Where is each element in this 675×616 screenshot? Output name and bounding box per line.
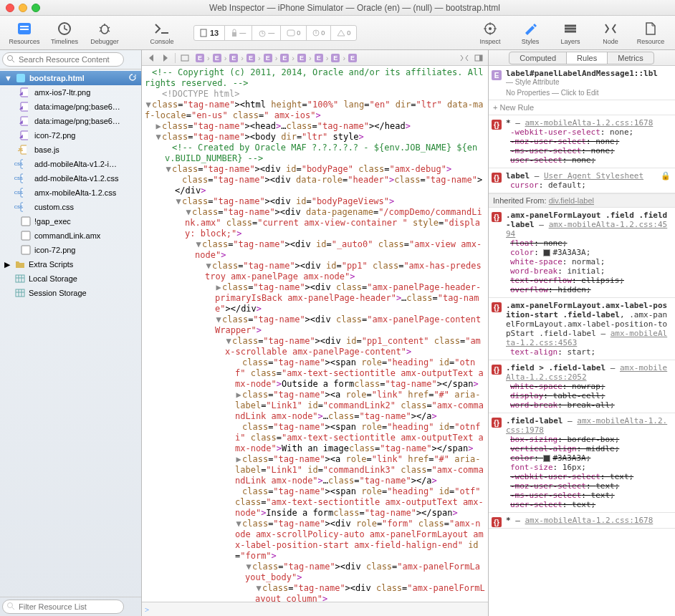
disclosure-triangle-icon[interactable]: ▼ [4, 74, 12, 82]
css-property[interactable]: white-space: normal; [510, 257, 671, 266]
css-rule[interactable]: {} * — amx-mobileAlta-1.2.css:1678 -webk… [489, 115, 675, 168]
tree-folder[interactable]: ▶Extra Scripts [0, 257, 141, 271]
dom-node[interactable]: class="tag-name"><div data-role="header"… [145, 175, 485, 196]
disclosure-triangle-icon[interactable]: ▼ [145, 100, 152, 110]
source-link[interactable]: amx-mobileAlta-1.2.css:1678 [525, 118, 654, 127]
tree-item[interactable]: ◢amx-ios7-ltr.png [0, 85, 141, 100]
source-link[interactable]: amx-mobileAlta-1.2.css:4563 [506, 329, 667, 347]
console-prompt-icon[interactable]: > [145, 605, 149, 614]
disclosure-triangle-icon[interactable]: ▼ [175, 196, 182, 207]
tree-item[interactable]: commandLink.amx [0, 228, 141, 243]
window-minimize-button[interactable] [19, 4, 27, 12]
disclosure-triangle-icon[interactable]: ▼ [165, 164, 172, 175]
tree-item[interactable]: ◢icon-72.png [0, 128, 141, 143]
breadcrumb-segment[interactable]: E [193, 54, 207, 62]
disclosure-triangle-icon[interactable] [235, 486, 242, 497]
disclosure-triangle-icon[interactable]: ▶ [235, 390, 242, 400]
breadcrumb-segment[interactable]: E [312, 54, 326, 62]
disclosure-triangle-icon[interactable]: ▼ [245, 562, 252, 572]
inspect-button[interactable]: Inspect [470, 21, 510, 45]
disclosure-triangle-icon[interactable]: ▼ [185, 207, 192, 218]
css-property[interactable]: word-break: initial; [510, 266, 671, 276]
css-property[interactable]: box-sizing: border-box; [510, 435, 671, 444]
nav-back-button[interactable] [145, 52, 158, 64]
source-link[interactable]: User Agent Stylesheet [544, 171, 643, 181]
tree-item[interactable]: icon-72.png [0, 243, 141, 257]
tree-folder[interactable]: Local Storage [0, 271, 141, 286]
breadcrumb-segment[interactable]: E [226, 54, 241, 62]
css-property[interactable]: overflow: hidden; [510, 285, 671, 294]
css-property[interactable]: display: table-cell; [510, 391, 671, 400]
dom-node[interactable]: <!DOCTYPE html> [145, 89, 485, 100]
lock-icon[interactable]: — [225, 25, 252, 41]
disclosure-triangle-icon[interactable]: ▼ [225, 336, 232, 347]
disclosure-triangle-icon[interactable]: ▼ [215, 314, 222, 325]
reload-icon[interactable] [128, 73, 137, 83]
css-property[interactable]: color: #3A3A3A; [510, 248, 671, 257]
css-property[interactable]: color: #3A3A3A; [510, 453, 671, 463]
disclosure-triangle-icon[interactable] [145, 67, 152, 78]
window-zoom-button[interactable] [32, 4, 40, 12]
disclosure-triangle-icon[interactable] [235, 357, 242, 368]
css-property[interactable]: -moz-user-select: text; [510, 481, 671, 491]
css-property[interactable]: white-space: nowrap; [510, 382, 671, 391]
breadcrumb-segment[interactable]: E [210, 54, 224, 62]
css-property[interactable]: -ms-user-select: none; [510, 146, 671, 155]
css-property[interactable]: user-select: text; [510, 500, 671, 509]
nav-root-button[interactable] [178, 52, 191, 64]
disclosure-triangle-icon[interactable]: ▼ [195, 239, 202, 250]
window-close-button[interactable] [6, 4, 14, 12]
dom-node[interactable]: ▶class="tag-name"><div class="amx-panelP… [145, 282, 485, 314]
css-rule[interactable]: {} label — User Agent Stylesheet🔒 cursor… [489, 168, 675, 193]
dom-node[interactable]: ▼class="tag-name"><div class="amx-panelF… [145, 583, 485, 602]
warning-count[interactable]: 0 [331, 25, 356, 41]
dom-node[interactable]: ▼class="tag-name"><div id="bodyPageViews… [145, 196, 485, 207]
disclosure-triangle-icon[interactable]: ▶ [4, 260, 11, 269]
timer-icon[interactable]: — [252, 25, 281, 41]
disclosure-triangle-icon[interactable] [165, 143, 172, 153]
layers-button[interactable]: Layers [550, 21, 590, 45]
breadcrumb-segment[interactable]: E [277, 54, 292, 62]
dom-node[interactable]: class="tag-name"><span role="heading" id… [145, 357, 485, 390]
tree-item[interactable]: CSScustom.css [0, 200, 141, 214]
css-rule[interactable]: {} .amx-panelFormLayout .field .field-la… [489, 208, 675, 298]
dom-node[interactable]: ▼class="tag-name"><div class="amx-panelP… [145, 314, 485, 336]
styles-button[interactable]: Styles [510, 21, 550, 45]
dom-node[interactable]: ▼class="tag-name"><div id="_auto0" class… [145, 239, 485, 261]
css-property[interactable]: cursor: default; [510, 181, 671, 190]
css-property[interactable]: float: none; [510, 239, 671, 248]
disclosure-triangle-icon[interactable]: ▼ [255, 583, 262, 594]
breadcrumb-segment[interactable]: E [328, 54, 343, 62]
css-property[interactable]: text-align: start; [510, 347, 671, 357]
dom-node[interactable]: ▼class="tag-name"><html height="100%" la… [145, 100, 485, 121]
filter-input[interactable] [2, 600, 124, 614]
source-link[interactable]: amx-mobileAlta-1.2.css:1678 [525, 516, 654, 525]
dom-node[interactable]: ▼class="tag-name"><div id="bodyPage" cla… [145, 164, 485, 175]
css-property[interactable]: vertical-align: middle; [510, 444, 671, 453]
css-property[interactable]: font-size: 16px; [510, 463, 671, 472]
tab-rules[interactable]: Rules [566, 52, 608, 64]
dom-node[interactable]: ▼class="tag-name"><div class="amx-panelF… [145, 562, 485, 583]
search-input[interactable] [2, 52, 124, 67]
css-property[interactable]: user-select: none; [510, 155, 671, 165]
tree-root-document[interactable]: ▼ bootstrap.html [0, 71, 141, 85]
dom-node[interactable]: ▼class="tag-name"><div role="form" class… [145, 519, 485, 562]
css-property[interactable]: -webkit-user-select: none; [510, 127, 671, 137]
disclosure-triangle-icon[interactable]: ▼ [205, 261, 212, 271]
css-property[interactable]: -webkit-user-select: text; [510, 472, 671, 481]
rules-body[interactable]: E label#panelLabelAndMessage1::lbl — Sty… [489, 66, 675, 616]
tree-folder[interactable]: Session Storage [0, 286, 141, 300]
dom-node[interactable]: <!-- Copyright (c) 2011, 2014, Oracle an… [145, 67, 485, 89]
dom-node[interactable]: ▼class="tag-name"><div data-pagename="/c… [145, 207, 485, 239]
breadcrumb-segment[interactable]: E [345, 54, 360, 62]
disclosure-triangle-icon[interactable]: ▶ [235, 454, 242, 465]
dom-node[interactable]: ▶class="tag-name"><a role="link" href="#… [145, 390, 485, 422]
breadcrumb-segment[interactable]: E [295, 54, 309, 62]
css-rule[interactable]: {} * — amx-mobileAlta-1.2.css:1678 [489, 513, 675, 529]
console-button[interactable]: Console [142, 21, 182, 45]
dom-node[interactable]: class="tag-name"><span role="heading" id… [145, 486, 485, 519]
tab-computed[interactable]: Computed [509, 52, 567, 64]
timelines-button[interactable]: Timelines [44, 21, 85, 45]
nav-forward-button[interactable] [159, 52, 172, 64]
style-attribute-block[interactable]: E label#panelLabelAndMessage1::lbl — Sty… [489, 66, 675, 100]
